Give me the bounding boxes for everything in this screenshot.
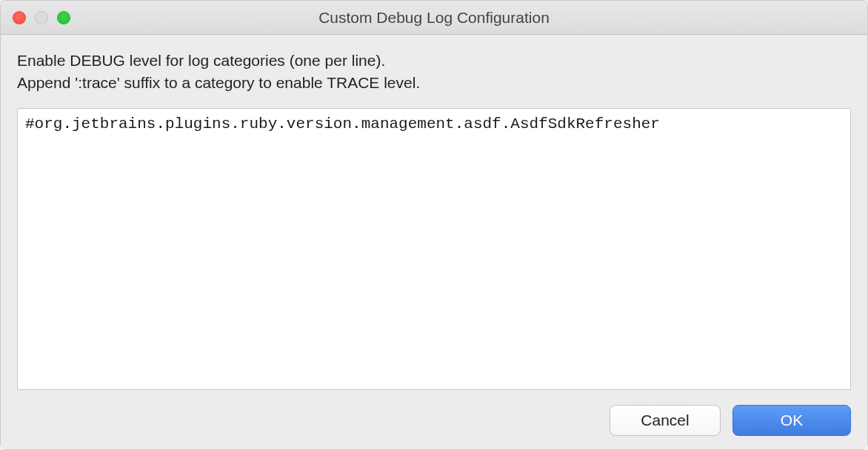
ok-button[interactable]: OK [732, 405, 851, 436]
cancel-button[interactable]: Cancel [610, 405, 721, 436]
dialog-content: Enable DEBUG level for log categories (o… [1, 35, 867, 449]
titlebar[interactable]: Custom Debug Log Configuration [1, 1, 867, 35]
button-row: Cancel OK [17, 403, 851, 436]
description-text: Enable DEBUG level for log categories (o… [17, 50, 851, 95]
maximize-icon[interactable] [57, 11, 70, 24]
description-line-2: Append ':trace' suffix to a category to … [17, 74, 420, 91]
log-categories-textarea[interactable] [17, 108, 851, 390]
close-icon[interactable] [13, 11, 26, 24]
traffic-lights [13, 11, 70, 24]
minimize-icon [35, 11, 48, 24]
dialog-window: Custom Debug Log Configuration Enable DE… [0, 0, 868, 450]
window-title: Custom Debug Log Configuration [13, 9, 855, 27]
textarea-wrapper [17, 108, 851, 390]
description-line-1: Enable DEBUG level for log categories (o… [17, 52, 385, 69]
